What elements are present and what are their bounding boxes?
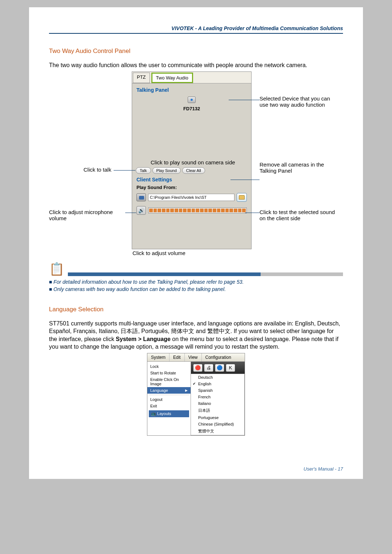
section-para-language: ST7501 currently supports multi-language… bbox=[49, 320, 343, 351]
toolbar-icon[interactable]: 🔴 bbox=[193, 364, 203, 372]
clear-all-button[interactable]: Clear All bbox=[182, 167, 205, 174]
lang-spanish[interactable]: Spanish bbox=[191, 387, 244, 394]
callout-line bbox=[114, 170, 135, 171]
menu-language[interactable]: Language bbox=[147, 387, 191, 394]
microphone-icon[interactable] bbox=[136, 193, 146, 201]
callout-remove-all: Remove all cameras in the Talking Panel bbox=[260, 161, 336, 174]
play-sound-button[interactable]: Play Sound bbox=[152, 167, 181, 174]
volume-slider[interactable] bbox=[148, 208, 247, 213]
lang-portuguese[interactable]: Portuguese bbox=[191, 414, 244, 421]
browse-folder-button[interactable] bbox=[237, 193, 247, 202]
speaker-icon[interactable]: 🔊 bbox=[136, 206, 146, 215]
menu-separator bbox=[149, 395, 189, 395]
talking-panel-heading: Talking Panel bbox=[132, 83, 251, 94]
folder-icon bbox=[239, 195, 245, 200]
lang-chinese-traditional[interactable]: 繁體中文 bbox=[191, 427, 244, 435]
audio-panel-diagram: PTZ Two Way Audio Talking Panel FD7132 T… bbox=[49, 69, 343, 258]
language-submenu: Deutsch English Spanish French Italiano … bbox=[191, 374, 245, 435]
tab-ptz[interactable]: PTZ bbox=[133, 73, 150, 83]
tab-two-way-audio[interactable]: Two Way Audio bbox=[151, 73, 193, 83]
callout-line bbox=[245, 213, 260, 213]
menu-lock[interactable]: Lock bbox=[147, 363, 191, 370]
callout-line bbox=[125, 213, 136, 213]
page-header: VIVOTEK - A Leading Provider of Multimed… bbox=[29, 25, 363, 33]
menu-enable-click[interactable]: Enable Click On Image bbox=[147, 376, 191, 387]
device-label: FD7132 bbox=[132, 106, 251, 111]
section-para-audio: The two way audio function allows the us… bbox=[49, 61, 343, 69]
section-title-language: Language Selection bbox=[49, 306, 343, 313]
client-settings-heading: Client Settings bbox=[132, 174, 251, 183]
menu-edit[interactable]: Edit bbox=[170, 353, 185, 361]
lang-chinese-simplified[interactable]: Chinese (Simplified) bbox=[191, 421, 244, 427]
note-icon: 📋 bbox=[49, 262, 64, 276]
camera-icon bbox=[188, 97, 196, 103]
lang-english[interactable]: English bbox=[191, 381, 244, 387]
menu-view[interactable]: View bbox=[185, 353, 202, 361]
callout-line bbox=[229, 100, 260, 100]
menu-system[interactable]: System bbox=[147, 353, 170, 361]
callout-play-sound: Click to play sound on camera side bbox=[151, 159, 260, 165]
callout-selected-device: Selected Device that you can use two way… bbox=[260, 95, 332, 108]
lang-japanese[interactable]: 日本語 bbox=[191, 407, 244, 414]
system-dropdown: Lock Start to Rotate Enable Click On Ima… bbox=[147, 362, 191, 435]
layouts-button[interactable]: 📺 Layouts bbox=[149, 410, 189, 417]
lang-deutsch[interactable]: Deutsch bbox=[191, 374, 244, 381]
menu-configuration[interactable]: Configuration bbox=[202, 353, 235, 361]
menu-logout[interactable]: Logout bbox=[147, 396, 191, 403]
note-item: For detailed information about how to us… bbox=[49, 278, 343, 286]
section-title-audio: Two Way Audio Control Panel bbox=[49, 48, 343, 55]
lang-french[interactable]: French bbox=[191, 394, 244, 400]
toolbar-icons: 🔴 🖨 🔵 K bbox=[191, 362, 245, 374]
callout-adjust-mic: Click to adjust microphone volume bbox=[49, 209, 129, 221]
callout-line bbox=[230, 180, 260, 180]
note-bullets: For detailed information about how to us… bbox=[49, 278, 343, 293]
sound-path-input[interactable]: C:\Program Files\Vivotek Inc\ST bbox=[148, 194, 234, 201]
callout-test-sound: Click to test the selected sound on the … bbox=[260, 209, 336, 221]
menu-exit[interactable]: Exit bbox=[147, 403, 191, 409]
toolbar-icon[interactable]: 🔵 bbox=[215, 364, 224, 372]
note-divider-row: 📋 bbox=[49, 262, 343, 276]
play-sound-from-label: Play Sound From: bbox=[132, 183, 251, 192]
callout-adjust-volume: Click to adjust volume bbox=[132, 250, 185, 256]
note-bar bbox=[68, 272, 343, 276]
language-menu-screenshot: System Edit View Configuration Lock Star… bbox=[147, 353, 245, 436]
menu-rotate[interactable]: Start to Rotate bbox=[147, 370, 191, 376]
document-page: VIVOTEK - A Leading Provider of Multimed… bbox=[29, 7, 363, 479]
page-footer: User's Manual - 17 bbox=[303, 466, 343, 472]
callout-click-talk: Click to talk bbox=[83, 167, 111, 173]
lang-italiano[interactable]: Italiano bbox=[191, 400, 244, 407]
header-divider bbox=[49, 33, 343, 34]
note-item: Only cameras with two way audio function… bbox=[49, 286, 343, 293]
toolbar-icon[interactable]: 🖨 bbox=[204, 364, 213, 372]
toolbar-icon[interactable]: K bbox=[226, 364, 235, 372]
talk-button[interactable]: Talk bbox=[136, 167, 151, 174]
